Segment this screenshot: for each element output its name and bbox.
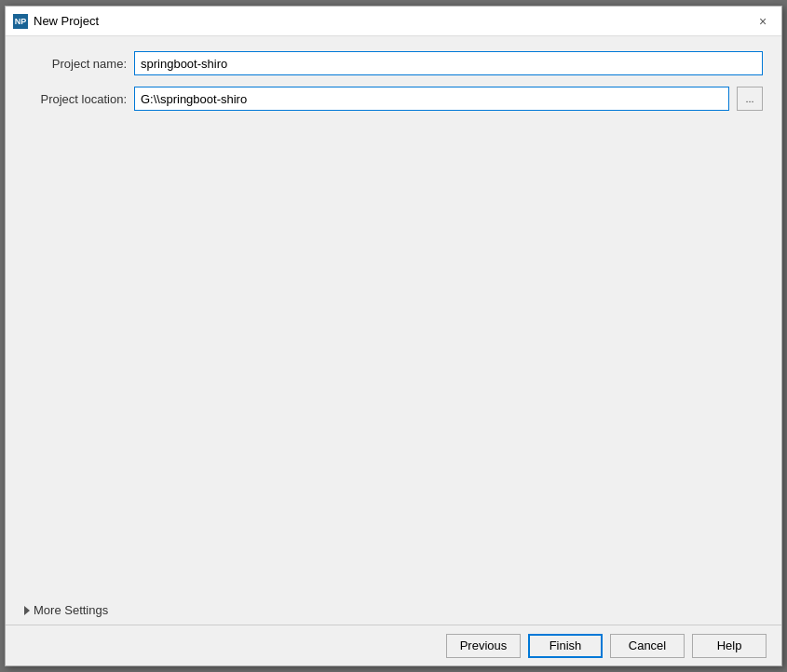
previous-button[interactable]: Previous xyxy=(446,634,521,658)
cancel-button[interactable]: Cancel xyxy=(610,634,685,658)
more-settings-section[interactable]: More Settings xyxy=(6,596,781,625)
project-location-input[interactable] xyxy=(134,87,729,111)
project-location-label: Project location: xyxy=(24,92,127,106)
more-settings-label: More Settings xyxy=(34,603,108,617)
content-spacer xyxy=(24,122,763,581)
project-name-input[interactable] xyxy=(134,51,763,75)
dialog-content: Project name: Project location: ... xyxy=(6,36,781,596)
button-bar: Previous Finish Cancel Help xyxy=(6,625,781,665)
browse-button[interactable]: ... xyxy=(737,87,763,111)
help-button[interactable]: Help xyxy=(692,634,767,658)
project-name-row: Project name: xyxy=(24,51,763,75)
app-icon: NP xyxy=(13,14,28,29)
finish-button[interactable]: Finish xyxy=(528,634,603,658)
more-settings-arrow-icon xyxy=(24,606,30,615)
project-location-row: Project location: ... xyxy=(24,87,763,111)
dialog-title: New Project xyxy=(34,14,99,28)
title-bar: NP New Project × xyxy=(6,7,781,36)
close-button[interactable]: × xyxy=(752,10,774,33)
title-bar-left: NP New Project xyxy=(13,14,99,29)
new-project-dialog: NP New Project × Project name: Project l… xyxy=(5,6,782,666)
project-name-label: Project name: xyxy=(24,57,127,71)
